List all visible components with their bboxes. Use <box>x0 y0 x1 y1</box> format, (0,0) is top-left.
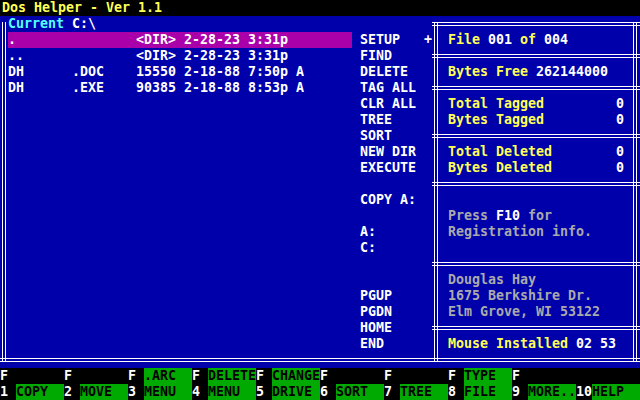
fkey-letter: F <box>320 368 328 384</box>
info-separator-2 <box>432 86 640 90</box>
menu-item-pgup[interactable]: PGUP <box>360 288 392 304</box>
total-deleted-label: Total Deleted <box>448 144 552 160</box>
file-size: 15550 <box>112 64 176 80</box>
file-size: <DIR> <box>112 32 176 48</box>
menu-item-sort[interactable]: SORT <box>360 128 392 144</box>
file-row[interactable]: DH .EXE 90385 2-18-88 8:53p A <box>8 80 352 96</box>
menu-item-copy-a[interactable]: COPY A: <box>360 192 416 208</box>
menu-item-delete[interactable]: DELETE <box>360 64 408 80</box>
fkey-label: TREE <box>400 384 448 400</box>
file-name: DH <box>8 64 24 80</box>
file-row[interactable]: .. <DIR> 2-28-23 3:31p <box>8 48 352 64</box>
bytes-free-value: 262144000 <box>536 64 608 80</box>
bytes-tagged-value: 0 <box>560 112 624 128</box>
registration-key: F10 <box>496 208 520 224</box>
menu-item-drive-a[interactable]: A: <box>360 224 376 240</box>
info-separator-5 <box>432 262 640 266</box>
menu-item-setup[interactable]: SETUP <box>360 32 400 48</box>
file-counter-of: of <box>520 32 536 48</box>
address-street: 1675 Berkshire Dr. <box>448 288 592 304</box>
fkey-label: MENU <box>144 384 192 400</box>
file-row[interactable]: . <DIR> 2-28-23 3:31p <box>8 32 352 48</box>
info-panel-left-border <box>434 22 438 362</box>
fkey-label: MENU <box>208 384 256 400</box>
file-date: 2-18-88 <box>184 64 240 80</box>
file-name: DH <box>8 80 24 96</box>
fkey-number: 5 <box>256 384 264 400</box>
file-name: . <box>8 32 16 48</box>
info-separator-1 <box>432 54 640 58</box>
info-separator-6 <box>432 326 640 330</box>
fkey-letter: F <box>64 368 72 384</box>
mouse-status-value: 02 53 <box>576 336 616 352</box>
file-attr: A <box>296 64 304 80</box>
menu-item-tree[interactable]: TREE <box>360 112 392 128</box>
file-size: 90385 <box>112 80 176 96</box>
menu-item-home[interactable]: HOME <box>360 320 392 336</box>
file-time: 3:31p <box>248 48 288 64</box>
window-left-border <box>2 22 6 362</box>
title-bar: Dos Helper - Ver 1.1 <box>0 0 640 16</box>
menu-item-end[interactable]: END <box>360 336 384 352</box>
fkey-number: 1 <box>0 384 8 400</box>
info-panel-top-border <box>432 22 640 26</box>
total-tagged-value: 0 <box>560 96 624 112</box>
fkey-letter: F <box>512 368 520 384</box>
file-counter-current: 001 <box>488 32 512 48</box>
app-title: Dos Helper - Ver 1.1 <box>2 0 162 16</box>
fkey-label: HELP <box>592 384 640 400</box>
menu-item-execute[interactable]: EXECUTE <box>360 160 416 176</box>
file-time: 7:50p <box>248 64 288 80</box>
address-city: Elm Grove, WI 53122 <box>448 304 600 320</box>
fkey-number: 2 <box>64 384 72 400</box>
menu-item-new-dir[interactable]: NEW DIR <box>360 144 416 160</box>
menu-item-drive-c[interactable]: C: <box>360 240 376 256</box>
fkey-label: COPY <box>16 384 64 400</box>
file-date: 2-28-23 <box>184 32 240 48</box>
fkey-number: 6 <box>320 384 328 400</box>
fkey-label: FILE <box>464 384 512 400</box>
file-row[interactable]: DH .DOC 15550 2-18-88 7:50p A <box>8 64 352 80</box>
file-size: <DIR> <box>112 48 176 64</box>
fkey-letter: F <box>0 368 8 384</box>
file-time: 3:31p <box>248 32 288 48</box>
fkey-label-top: DELETE <box>208 368 256 384</box>
menu-item-pgdn[interactable]: PGDN <box>360 304 392 320</box>
address-name: Douglas Hay <box>448 272 536 288</box>
fkey-number: 4 <box>192 384 200 400</box>
fkey-letter: F <box>448 368 456 384</box>
window-bottom-border <box>0 358 640 362</box>
bytes-deleted-label: Bytes Deleted <box>448 160 552 176</box>
mouse-status-label: Mouse Installed <box>448 336 568 352</box>
bytes-deleted-value: 0 <box>560 160 624 176</box>
file-attr: A <box>296 80 304 96</box>
registration-press: Press <box>448 208 488 224</box>
fkey-number: 9 <box>512 384 520 400</box>
bytes-free-label: Bytes Free <box>448 64 528 80</box>
dos-helper-screen: Dos Helper - Ver 1.1 Current C:\ . <DIR>… <box>0 0 640 400</box>
fkey-label-top: TYPE <box>464 368 512 384</box>
fkey-number: 7 <box>384 384 392 400</box>
info-separator-3 <box>432 134 640 138</box>
fkey-label: MORE.. <box>528 384 576 400</box>
total-tagged-label: Total Tagged <box>448 96 544 112</box>
file-counter-label: File <box>448 32 480 48</box>
fkey-letter: F <box>192 368 200 384</box>
file-name: .. <box>8 48 24 64</box>
current-path-label: Current <box>8 16 64 32</box>
file-counter-total: 004 <box>544 32 568 48</box>
registration-line2: Registration info. <box>448 224 592 240</box>
fkey-number: 3 <box>128 384 136 400</box>
fkey-label: SORT <box>336 384 384 400</box>
scroll-up-indicator[interactable]: + <box>424 32 432 48</box>
menu-item-clr-all[interactable]: CLR ALL <box>360 96 416 112</box>
menu-item-find[interactable]: FIND <box>360 48 392 64</box>
total-deleted-value: 0 <box>560 144 624 160</box>
menu-item-tag-all[interactable]: TAG ALL <box>360 80 416 96</box>
file-time: 8:53p <box>248 80 288 96</box>
fkey-label: MOVE <box>80 384 128 400</box>
file-ext: .EXE <box>72 80 104 96</box>
fkey-label-top: CHANGE <box>272 368 320 384</box>
window-right-border <box>633 22 637 362</box>
bytes-tagged-label: Bytes Tagged <box>448 112 544 128</box>
